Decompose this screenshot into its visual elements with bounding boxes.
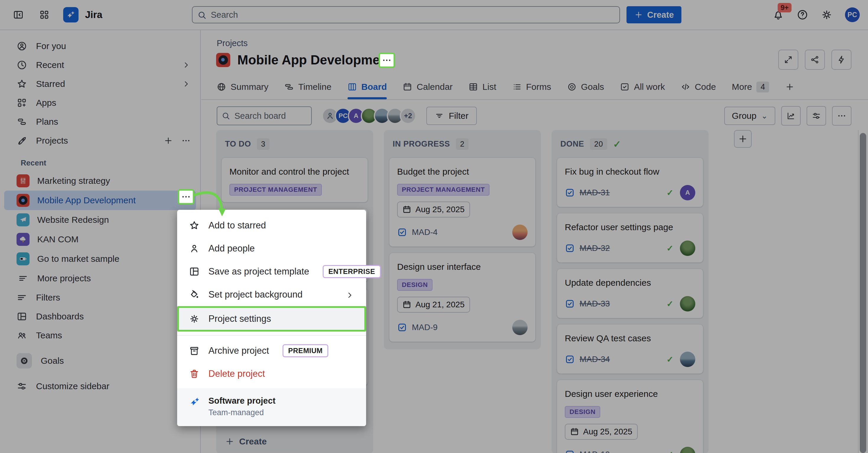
menu-item-delete-project[interactable]: Delete project: [177, 362, 366, 385]
trash-icon: [189, 368, 199, 379]
dim-overlay: [0, 0, 868, 453]
person-icon: [189, 243, 199, 254]
enterprise-badge: ENTERPRISE: [323, 265, 380, 278]
project-context-menu: Add to starred Add people Save as projec…: [177, 210, 366, 426]
archive-icon: [189, 345, 199, 356]
menu-item-save-as-template[interactable]: Save as project template ENTERPRISE: [177, 260, 366, 283]
menu-item-set-project-background[interactable]: Set project background: [177, 283, 366, 306]
menu-item-add-people[interactable]: Add people: [177, 237, 366, 260]
menu-footer: Software project Team-managed: [177, 388, 366, 426]
menu-divider: [177, 335, 366, 336]
project-title-more-button[interactable]: [378, 53, 395, 68]
template-icon: [189, 266, 199, 277]
annotation-arrow: [176, 175, 244, 222]
ellipsis-icon: [382, 55, 392, 65]
project-type-title: Software project: [209, 396, 275, 406]
project-type-subtitle: Team-managed: [209, 408, 275, 417]
menu-item-project-settings[interactable]: Project settings: [177, 306, 366, 332]
gear-icon: [189, 313, 199, 324]
premium-badge: PREMIUM: [283, 344, 328, 357]
chevron-right-icon: [345, 291, 354, 300]
paint-bucket-icon: [189, 289, 199, 300]
menu-item-archive-project[interactable]: Archive project PREMIUM: [177, 339, 366, 362]
jira-software-icon: [189, 396, 201, 408]
